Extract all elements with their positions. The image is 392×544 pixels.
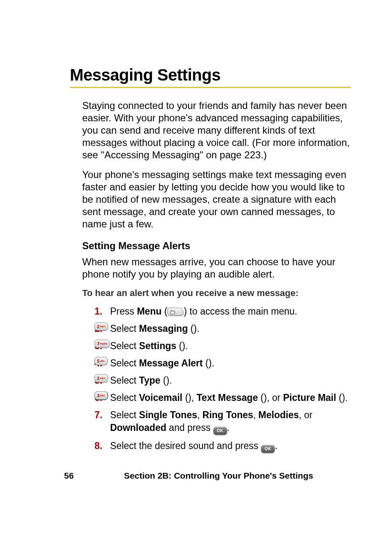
downloaded-label: Downloaded	[110, 422, 166, 433]
page-title: Messaging Settings	[70, 66, 351, 84]
subheading: Setting Message Alerts	[82, 240, 351, 252]
instruction-lead: To hear an alert when you receive a new …	[82, 288, 351, 299]
key-letters: JKL	[100, 359, 105, 363]
ok-key-icon: OK	[261, 445, 275, 453]
ring-tones-label: Ring Tones	[203, 410, 254, 420]
step-text: .	[227, 422, 230, 433]
step-number: 7.	[95, 409, 102, 421]
melodies-label: Melodies	[258, 410, 299, 420]
intro-paragraph-1: Staying connected to your friends and fa…	[82, 100, 351, 161]
step-text: (	[258, 392, 264, 403]
key-digit: 2	[97, 324, 99, 330]
step-text: Select	[110, 392, 139, 403]
step-text: , or	[299, 410, 312, 420]
step-7: 7. Select Single Tones, Ring Tones, Melo…	[95, 409, 351, 435]
step-text: ).	[209, 358, 214, 368]
step-text: ).	[166, 375, 172, 386]
content-area: Staying connected to your friends and fa…	[70, 100, 351, 453]
step-text: (	[176, 340, 182, 351]
step-list: 1. Press Menu () to access the main menu…	[82, 305, 351, 453]
key-digit: 7	[97, 341, 99, 347]
voicemail-label: Voicemail	[139, 392, 182, 403]
key-7-icon: 7PQRS	[95, 340, 110, 348]
step-text: and press	[166, 422, 213, 433]
step-number: 8.	[95, 440, 102, 452]
step-text: ).	[342, 392, 348, 403]
step-text: Select	[110, 410, 139, 420]
step-text: Select	[110, 323, 139, 334]
single-tones-label: Single Tones	[139, 410, 197, 420]
settings-label: Settings	[139, 340, 176, 351]
step-text: Select	[110, 340, 139, 351]
step-text: (	[336, 392, 342, 403]
step-text: (	[160, 375, 166, 386]
step-text: (	[182, 392, 188, 403]
step-2: 2. Select Messaging (2ABC).	[95, 322, 351, 335]
step-text: Select	[110, 375, 139, 386]
step-1: 1. Press Menu () to access the main menu…	[95, 305, 351, 318]
step-5: 5. Select Type (2ABC).	[95, 374, 351, 387]
section-label: Section 2B: Controlling Your Phone's Set…	[0, 471, 392, 481]
step-text: ,	[253, 410, 258, 420]
step-6: 6. Select Voicemail (1), Text Message (2…	[95, 391, 351, 404]
step-text: (	[188, 323, 194, 334]
key-digit: 5	[97, 358, 99, 364]
step-text: ).	[194, 323, 199, 334]
key-3-icon: 3DEF	[95, 391, 108, 400]
key-letters: ABC	[100, 377, 106, 380]
key-2-icon: 2ABC	[95, 322, 108, 331]
text-message-label: Text Message	[197, 392, 258, 403]
step-3: 3. Select Settings (7PQRS).	[95, 340, 351, 352]
type-label: Type	[139, 375, 160, 386]
key-letters: PQRS	[100, 342, 107, 345]
step-text: (	[161, 306, 167, 317]
step-number: 1.	[95, 305, 102, 318]
step-text: (	[203, 358, 208, 368]
key-letters: ABC	[100, 325, 106, 328]
messaging-label: Messaging	[139, 323, 188, 334]
intro-paragraph-2: Your phone's messaging settings make tex…	[82, 169, 351, 230]
key-5-icon: 5JKL	[95, 357, 108, 365]
step-text: ) to access the main menu.	[184, 306, 297, 317]
ok-key-icon: OK	[213, 427, 227, 435]
step-text: ), or	[264, 392, 283, 403]
step-4: 4. Select Message Alert (5JKL).	[95, 357, 351, 370]
message-alert-label: Message Alert	[139, 358, 203, 368]
step-text: ,	[197, 410, 203, 420]
key-letters: DEF	[100, 394, 105, 397]
key-2-icon: 2ABC	[95, 374, 108, 382]
step-text: .	[275, 440, 277, 451]
key-digit: 2	[97, 375, 99, 382]
menu-key-icon	[167, 308, 184, 316]
manual-page: Messaging Settings Staying connected to …	[0, 0, 392, 544]
title-rule	[70, 87, 351, 88]
step-text: Select	[110, 358, 139, 368]
step-text: Press	[110, 306, 137, 317]
step-text: Select the desired sound and press	[110, 440, 261, 451]
step-text: ).	[182, 340, 188, 351]
alert-paragraph: When new messages arrive, you can choose…	[82, 256, 351, 280]
step-8: 8. Select the desired sound and press OK…	[95, 440, 351, 453]
picture-mail-label: Picture Mail	[283, 392, 336, 403]
step-text: ),	[188, 392, 196, 403]
menu-label: Menu	[137, 306, 161, 317]
key-digit: 3	[97, 393, 99, 399]
